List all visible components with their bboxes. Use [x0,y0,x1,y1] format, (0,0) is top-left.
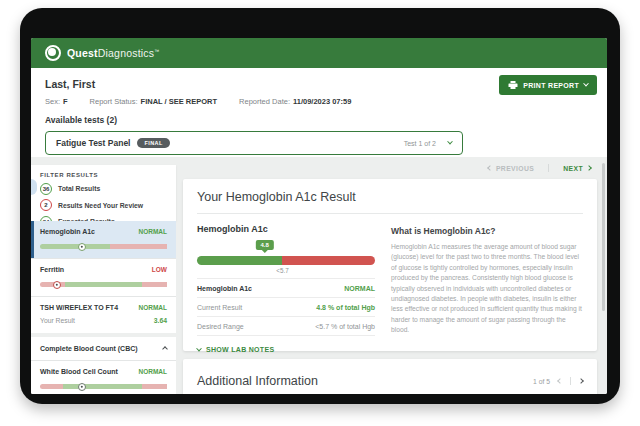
filter-need-review[interactable]: 2 Results Need Your Review [40,199,167,211]
result-gauge: 4.8 <5.7 [197,256,375,265]
filter-label: Results Need Your Review [58,202,143,209]
additional-info-pager: 1 of 5 [533,377,583,385]
show-lab-notes-link[interactable]: SHOW LAB NOTES [197,346,375,353]
sex-value: F [63,97,68,106]
next-result-button[interactable]: NEXT [563,165,591,172]
test-name: White Blood Cell Count [40,368,118,375]
need-review-count: 2 [40,199,52,211]
pager-next-button[interactable] [578,378,584,384]
group-name: Complete Blood Count (CBC) [40,345,138,352]
additional-information-card: Additional Information 1 of 5 [183,359,597,394]
brand-trademark: ™ [154,48,159,54]
app-screen: QuestDiagnostics™ Last, First PRINT REPO… [31,38,607,394]
report-status-label: Report Status: [90,97,138,106]
pager-divider [570,377,571,385]
info-title: What is Hemoglobin A1c? [391,226,583,236]
result-value-marker: 4.8 [255,240,273,250]
show-lab-notes-label: SHOW LAB NOTES [206,346,274,353]
range-bar [40,282,167,287]
available-tests-label: Available tests (2) [45,115,593,125]
chevron-down-icon [447,139,453,145]
your-result-value: 3.64 [154,317,167,324]
chevron-down-icon [196,345,202,351]
range-bar [40,384,167,389]
vertical-scrollbar[interactable] [602,163,605,311]
next-label: NEXT [563,165,583,172]
report-status-field: Report Status:FINAL / SEE REPORT [90,97,218,106]
sex-field: Sex:F [45,97,68,106]
row-value: NORMAL [344,285,375,292]
result-card-title: Your Hemoglobin A1c Result [197,190,583,204]
info-body-text: Hemoglobin A1c measures the average amou… [391,242,583,335]
hemoglobin-result-card: Your Hemoglobin A1c Result Hemoglobin A1… [183,179,597,351]
results-sidebar: FILTER RESULTS 36 Total Results 2 Result… [31,165,176,394]
result-detail-column: Hemoglobin A1c 4.8 <5.7 Hemoglobin A1c [197,224,375,353]
main-column: PREVIOUS NEXT Your Hemoglobin A1c Result… [183,157,597,394]
pager-divider [548,164,549,172]
report-status-value: FINAL / SEE REPORT [141,97,218,106]
chevron-right-icon [586,165,592,171]
previous-result-button[interactable]: PREVIOUS [488,165,534,172]
sidebar-item-ferritin[interactable]: Ferritin LOW [31,258,176,296]
reported-date-label: Reported Date: [239,97,290,106]
status-badge: NORMAL [138,304,167,311]
sex-label: Sex: [45,97,60,106]
status-badge: NORMAL [138,368,167,375]
test-panel-selector[interactable]: Fatigue Test Panel FINAL Test 1 of 2 [45,131,463,155]
brand-bold: Quest [67,47,98,59]
row-value: <5.7 % of total Hgb [315,323,375,330]
table-row: Desired Range <5.7 % of total Hgb [197,317,375,336]
patient-meta-row: Sex:F Report Status:FINAL / SEE REPORT R… [45,97,593,106]
quest-diagnostics-logo: QuestDiagnostics™ [45,45,159,61]
additional-info-title: Additional Information [197,374,318,388]
brand-light: Diagnostics [98,47,154,59]
row-label: Hemoglobin A1c [197,285,252,292]
page: QuestDiagnostics™ Last, First PRINT REPO… [0,0,640,426]
sidebar-item-wbc[interactable]: White Blood Cell Count NORMAL [31,360,176,394]
filter-label: Total Results [58,185,100,192]
final-status-badge: FINAL [137,138,169,148]
result-table: Hemoglobin A1c NORMAL Current Result 4.8… [197,278,375,336]
patient-info-bar: Last, First PRINT REPORT Sex:F Report St… [31,68,607,157]
print-report-label: PRINT REPORT [523,82,579,89]
app-header: QuestDiagnostics™ [31,38,607,68]
chevron-down-icon [583,81,589,87]
table-row: Current Result 4.8 % of total Hgb [197,298,375,317]
test-name: Ferritin [40,266,64,273]
reported-date-field: Reported Date:11/09/2023 07:59 [239,97,351,106]
test-name: TSH W/REFLEX TO FT4 [40,304,118,311]
row-label: Current Result [197,304,242,311]
status-badge: LOW [152,266,167,273]
threshold-label: <5.7 [276,267,288,274]
sidebar-item-tsh-reflex[interactable]: TSH W/REFLEX TO FT4 NORMAL Your Result 3… [31,296,176,333]
range-bar [40,244,167,249]
row-label: Desired Range [197,323,244,330]
brand-name: QuestDiagnostics™ [67,47,159,59]
printer-icon [508,80,518,90]
test-position-indicator: Test 1 of 2 [404,140,436,147]
filter-results-title: FILTER RESULTS [40,172,167,178]
test-name: Hemoglobin A1c [40,228,95,235]
pager-previous-button[interactable] [557,378,563,384]
result-pager: PREVIOUS NEXT [183,157,597,172]
chevron-up-icon [162,346,168,352]
page-indicator: 1 of 5 [533,378,550,385]
test-panel-name: Fatigue Test Panel [56,138,130,148]
previous-label: PREVIOUS [496,165,534,172]
test-name-heading: Hemoglobin A1c [197,224,375,234]
sidebar-item-hemoglobin-a1c[interactable]: Hemoglobin A1c NORMAL [31,221,176,258]
sidebar-group-cbc[interactable]: Complete Blood Count (CBC) [31,337,176,360]
range-gauge-bar [197,256,375,265]
your-result-label: Your Result [40,317,75,324]
divider [197,213,583,214]
chevron-left-icon [487,165,493,171]
row-value: 4.8 % of total Hgb [316,304,375,311]
print-report-button[interactable]: PRINT REPORT [499,75,597,95]
reported-date-value: 11/09/2023 07:59 [293,97,351,106]
total-results-count: 36 [40,183,52,195]
table-row: Hemoglobin A1c NORMAL [197,278,375,298]
status-badge: NORMAL [138,228,167,235]
info-column: What is Hemoglobin A1c? Hemoglobin A1c m… [391,224,583,353]
filter-total-results[interactable]: 36 Total Results [40,183,167,195]
tablet-frame: QuestDiagnostics™ Last, First PRINT REPO… [20,8,620,404]
